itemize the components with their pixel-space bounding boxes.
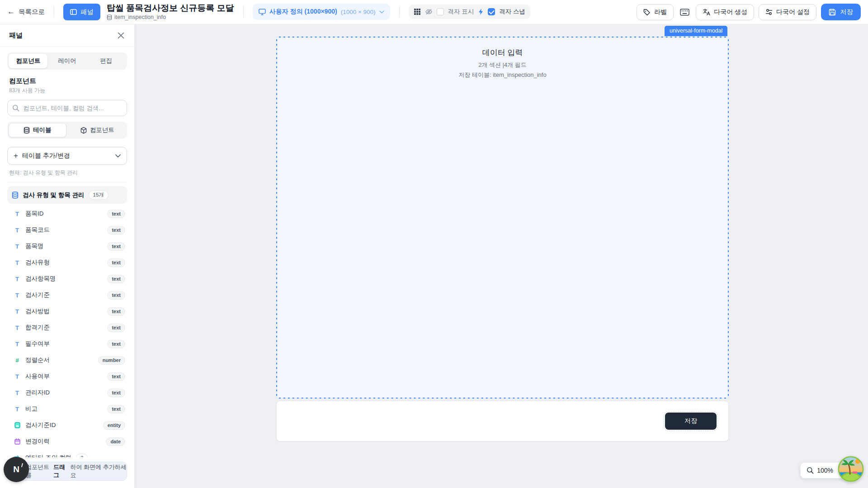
text-type-icon: T bbox=[14, 259, 21, 266]
divider bbox=[7, 182, 127, 183]
text-type-icon: T bbox=[14, 324, 21, 331]
field-row[interactable]: T 관리자ID text bbox=[0, 385, 134, 401]
grid-toolbar: 격자 표시 격자 스냅 bbox=[409, 5, 531, 19]
field-row[interactable]: T 검사방법 text bbox=[0, 303, 134, 319]
type-badge: text bbox=[107, 226, 125, 235]
database-icon bbox=[24, 127, 30, 134]
text-type-icon: T bbox=[14, 292, 21, 299]
component-panel: 패널 컴포넌트 레이어 편집 컴포넌트 83개 사용 가능 테이블 컴포넌트 bbox=[0, 24, 135, 488]
viewport-dimensions: (1000 × 900) bbox=[341, 9, 376, 15]
text-type-icon: T bbox=[14, 227, 21, 234]
type-badge: text bbox=[107, 372, 125, 381]
table-group-header[interactable]: 검사 유형 및 항목 관리 15개 bbox=[7, 186, 127, 204]
type-badge: entity bbox=[103, 421, 125, 430]
text-type-icon: T bbox=[14, 308, 21, 315]
viewport-size-dropdown[interactable]: 사용자 정의 (1000×900) (1000 × 900) bbox=[253, 4, 390, 20]
grid-snap-checkbox[interactable] bbox=[488, 8, 495, 15]
label-button[interactable]: 라벨 bbox=[637, 4, 674, 20]
field-row[interactable]: T 검사유형 text bbox=[0, 254, 134, 271]
panel-close-icon[interactable] bbox=[117, 31, 125, 40]
join-count-badge: 2 bbox=[76, 454, 88, 457]
field-row[interactable]: T 비고 text bbox=[0, 401, 134, 417]
i18n-settings-button[interactable]: 다국어 설정 bbox=[759, 4, 816, 20]
plus-icon: + bbox=[14, 151, 18, 160]
tab-edit[interactable]: 편집 bbox=[87, 54, 126, 68]
cube-icon bbox=[80, 127, 87, 134]
component-search-input[interactable] bbox=[7, 100, 127, 116]
chevron-down-icon bbox=[379, 10, 384, 14]
design-canvas[interactable]: universal-form-modal 데이터 입력 2개 섹션 |4개 필드… bbox=[135, 24, 868, 488]
grid-icon[interactable] bbox=[414, 8, 421, 15]
viewport-label: 사용자 정의 (1000×900) bbox=[269, 8, 337, 16]
type-badge: text bbox=[107, 258, 125, 267]
grid-show-checkbox[interactable] bbox=[437, 8, 444, 15]
title-block: 탑씰 품목검사정보 신규등록 모달 item_inspection_info bbox=[107, 4, 234, 21]
field-list: 검사 유형 및 항목 관리 15개 T 품목ID text T 품목코드 tex… bbox=[0, 186, 134, 457]
label-button-text: 라벨 bbox=[654, 8, 667, 16]
i18n-generate-button[interactable]: 다국어 생성 bbox=[696, 4, 754, 20]
tag-icon bbox=[643, 9, 651, 16]
number-type-icon: # bbox=[14, 357, 21, 364]
type-badge: text bbox=[107, 340, 125, 348]
type-badge: date bbox=[106, 437, 125, 446]
back-label: 목록으로 bbox=[19, 8, 45, 16]
type-badge: text bbox=[107, 324, 125, 332]
field-row[interactable]: T 검사기준 text bbox=[0, 287, 134, 303]
field-row[interactable]: 변경이력 date bbox=[0, 433, 134, 450]
divider bbox=[243, 6, 244, 18]
collaborator-cursor-avatar: N bbox=[4, 457, 29, 482]
i18n-settings-label: 다국어 설정 bbox=[776, 8, 810, 16]
date-type-icon bbox=[14, 438, 21, 445]
zoom-level: 100% bbox=[817, 467, 833, 474]
form-footer-bar[interactable]: 저장 bbox=[276, 401, 729, 441]
keyboard-shortcuts-icon[interactable] bbox=[678, 7, 691, 18]
universal-form-modal-component[interactable]: 데이터 입력 2개 섹션 |4개 필드 저장 테이블: item_inspect… bbox=[276, 37, 729, 399]
magnifier-icon bbox=[807, 467, 814, 474]
field-row[interactable]: T 품목코드 text bbox=[0, 222, 134, 238]
panel-toggle-label: 패널 bbox=[80, 8, 94, 16]
components-section-title: 컴포넌트 bbox=[9, 77, 125, 85]
tab-layers[interactable]: 레이어 bbox=[47, 54, 86, 68]
field-row[interactable]: # 정렬순서 number bbox=[0, 352, 134, 368]
grid-show-label: 격자 표시 bbox=[448, 8, 474, 16]
field-row[interactable]: 검사기준ID entity bbox=[0, 417, 134, 433]
text-type-icon: T bbox=[14, 373, 21, 380]
field-count-badge: 15개 bbox=[89, 190, 108, 200]
floppy-save-icon bbox=[829, 9, 836, 16]
monitor-icon bbox=[259, 9, 266, 15]
save-button[interactable]: 저장 bbox=[821, 4, 861, 20]
field-row[interactable]: T 사용여부 text bbox=[0, 368, 134, 385]
field-row[interactable]: T 합격기준 text bbox=[0, 319, 134, 336]
divider bbox=[54, 6, 54, 18]
bolt-icon bbox=[478, 8, 484, 15]
field-row[interactable]: T 품목명 text bbox=[0, 238, 134, 254]
eye-off-icon[interactable] bbox=[425, 8, 433, 15]
mode-table-label: 테이블 bbox=[33, 126, 52, 134]
divider bbox=[399, 6, 400, 18]
form-table-info: 저장 테이블: item_inspection_info bbox=[277, 71, 728, 79]
component-name-tag[interactable]: universal-form-modal bbox=[665, 26, 727, 36]
back-to-list-button[interactable]: ← 목록으로 bbox=[7, 7, 45, 16]
sidebar-icon bbox=[70, 9, 77, 15]
add-table-label: 테이블 추가/변경 bbox=[22, 152, 70, 160]
mode-component-button[interactable]: 컴포넌트 bbox=[69, 123, 126, 137]
form-save-button[interactable]: 저장 bbox=[665, 413, 717, 430]
add-change-table-dropdown[interactable]: + 테이블 추가/변경 bbox=[7, 147, 127, 165]
type-badge: text bbox=[107, 242, 125, 251]
type-badge: text bbox=[107, 389, 125, 397]
panel-toggle-button[interactable]: 패널 bbox=[63, 4, 100, 20]
mode-table-button[interactable]: 테이블 bbox=[9, 123, 66, 137]
field-row-clipped[interactable]: 엔티티 조인 컬럼 2 bbox=[0, 450, 134, 457]
field-row[interactable]: T 품목ID text bbox=[0, 206, 134, 222]
field-row[interactable]: T 필수여부 text bbox=[0, 336, 134, 352]
entity-type-icon bbox=[14, 422, 21, 428]
tab-components[interactable]: 컴포넌트 bbox=[9, 54, 47, 68]
field-row[interactable]: T 검사항목명 text bbox=[0, 271, 134, 287]
database-icon bbox=[107, 14, 112, 20]
text-type-icon: T bbox=[14, 211, 21, 217]
panel-mode-toggle: 테이블 컴포넌트 bbox=[7, 122, 127, 139]
type-badge: text bbox=[107, 291, 125, 300]
island-emoji-sticker[interactable] bbox=[838, 456, 864, 482]
form-title: 데이터 입력 bbox=[277, 47, 728, 58]
text-type-icon: T bbox=[14, 406, 21, 413]
